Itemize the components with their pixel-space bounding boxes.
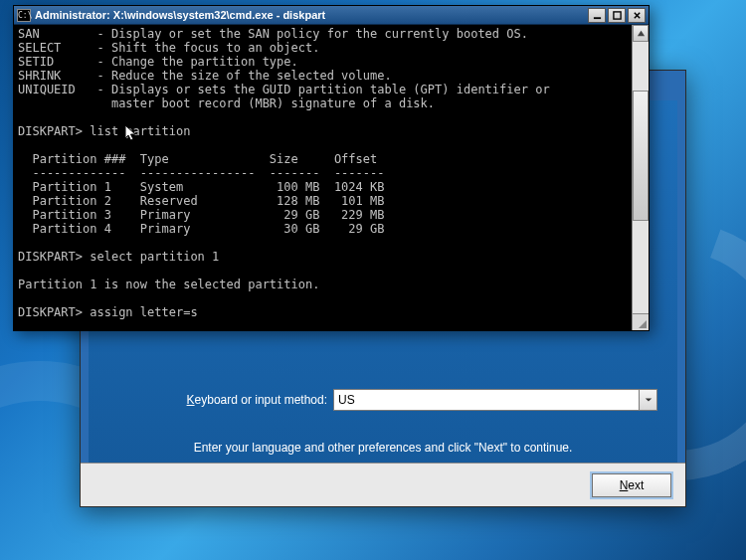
keyboard-method-value: US — [338, 393, 355, 407]
scroll-track[interactable] — [633, 42, 649, 313]
keyboard-method-row: Keyboard or input method: US — [108, 389, 657, 411]
cmd-window-title: Administrator: X:\windows\system32\cmd.e… — [35, 9, 584, 21]
help-line-uniqueid-cont: master boot record (MBR) signature of a … — [18, 96, 435, 110]
prompt-list-partition: DISKPART> list partition — [18, 124, 190, 138]
cmd-app-icon: C:\ — [17, 9, 31, 22]
scroll-thumb[interactable] — [633, 91, 649, 221]
next-button[interactable]: Next — [592, 473, 671, 497]
svg-rect-0 — [593, 17, 600, 19]
table-row: Partition 3 Primary 29 GB 229 MB — [18, 208, 384, 222]
setup-instruction-text: Enter your language and other preference… — [108, 441, 657, 455]
cmd-titlebar[interactable]: C:\ Administrator: X:\windows\system32\c… — [14, 6, 649, 25]
prompt-select-partition: DISKPART> select partition 1 — [18, 250, 219, 264]
partition-table-divider: ------------- ---------------- ------- -… — [18, 166, 384, 180]
cmd-window-controls — [588, 8, 649, 23]
table-row: Partition 2 Reserved 128 MB 101 MB — [18, 194, 384, 208]
cmd-terminal-output[interactable]: SAN - Display or set the SAN policy for … — [14, 25, 649, 330]
resize-grip-icon[interactable] — [632, 313, 649, 330]
help-line-shrink: SHRINK - Reduce the size of the selected… — [18, 69, 392, 83]
minimize-button[interactable] — [588, 8, 606, 23]
keyboard-method-label: Keyboard or input method: — [108, 393, 327, 407]
keyboard-method-select[interactable]: US — [333, 389, 657, 411]
help-line-setid: SETID - Change the partition type. — [18, 55, 298, 69]
setup-dialog-footer: Next — [81, 463, 685, 506]
close-button[interactable] — [628, 8, 646, 23]
dropdown-caret-icon[interactable] — [639, 390, 656, 410]
svg-rect-1 — [613, 11, 620, 18]
cmd-window: C:\ Administrator: X:\windows\system32\c… — [13, 5, 650, 331]
partition-table-header: Partition ### Type Size Offset — [18, 152, 377, 166]
prompt-assign-letter: DISKPART> assign letter=s — [18, 305, 198, 319]
help-line-uniqueid: UNIQUEID - Displays or sets the GUID par… — [18, 83, 550, 96]
help-line-select: SELECT - Shift the focus to an object. — [18, 41, 319, 55]
msg-selected-partition: Partition 1 is now the selected partitio… — [18, 278, 319, 291]
table-row: Partition 4 Primary 30 GB 29 GB — [18, 222, 384, 236]
help-line-san: SAN - Display or set the SAN policy for … — [18, 27, 528, 41]
scroll-up-button[interactable] — [633, 25, 649, 42]
table-row: Partition 1 System 100 MB 1024 KB — [18, 180, 384, 194]
maximize-button[interactable] — [608, 8, 626, 23]
cmd-vertical-scrollbar[interactable] — [632, 25, 649, 330]
